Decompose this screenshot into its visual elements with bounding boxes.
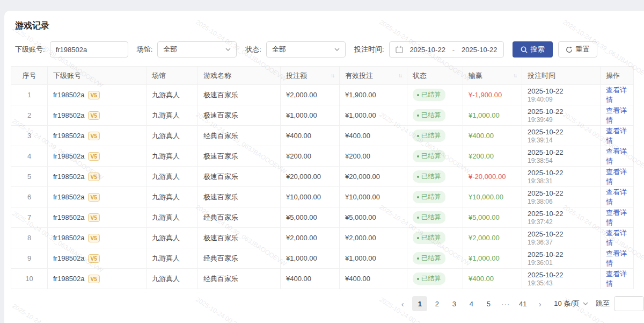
cell-status: 已结算: [407, 146, 463, 167]
bet-clock-time: 19:39:49: [528, 116, 595, 124]
vip-level-badge: V5: [88, 275, 100, 283]
sort-icon[interactable]: ↑↓: [513, 73, 516, 78]
pagination-page-5[interactable]: 5: [481, 296, 496, 311]
cell-valid-bet: ¥10,000.00: [340, 187, 407, 207]
cell-index: 5: [11, 167, 48, 187]
pagination: ‹ 12345···41 › 10 条/页 跳至: [11, 296, 633, 311]
cell-bet-amount: ¥400.00: [281, 269, 340, 289]
cell-win-loss: ¥200.00: [463, 146, 522, 167]
records-table: 序号 下级账号 场馆 游戏名称 投注额 ↑↓ 有效投注 ↑↓ 状态 输赢 ↑↓ …: [11, 66, 634, 289]
table-row: 8 fr198502a V5 九游真人 极速百家乐 ¥2,000.00 ¥2,0…: [11, 228, 634, 248]
table-row: 6 fr198502a V5 九游真人 极速百家乐 ¥10,000.00 ¥10…: [11, 187, 634, 207]
pagination-next-button[interactable]: ›: [532, 296, 547, 311]
content-card: 游戏记录 下级账号: 场馆: 全部 状态: 全部 投注时: [4, 11, 644, 323]
cell-valid-bet: ¥20,000.00: [340, 167, 407, 187]
account-input[interactable]: [50, 41, 128, 58]
cell-venue: 九游真人: [147, 228, 198, 248]
bet-date: 2025-10-22: [528, 107, 595, 116]
cell-index: 6: [11, 187, 48, 207]
status-select-value: 全部: [272, 45, 286, 54]
cell-bet-time: 2025-10-22 19:39:14: [522, 126, 601, 146]
status-badge: 已结算: [413, 211, 445, 224]
reset-button[interactable]: 重置: [558, 41, 597, 58]
status-dot-icon: [417, 237, 419, 239]
filter-status: 状态: 全部: [245, 41, 346, 58]
header-index: 序号: [11, 67, 48, 85]
filter-account: 下级账号:: [15, 41, 128, 58]
cell-win-loss: ¥5,000.00: [463, 207, 522, 228]
status-dot-icon: [417, 278, 419, 280]
bet-date: 2025-10-22: [528, 209, 595, 218]
pagination-page-4[interactable]: 4: [464, 296, 479, 311]
status-select[interactable]: 全部: [266, 41, 346, 58]
cell-index: 1: [11, 85, 48, 105]
pagination-page-1[interactable]: 1: [412, 296, 427, 311]
view-details-link[interactable]: 查看详情: [606, 229, 627, 247]
filter-bet-time: 投注时间: 2025-10-22 - 2025-10-22: [354, 41, 504, 58]
cell-valid-bet: ¥400.00: [340, 269, 407, 289]
pagination-page-3[interactable]: 3: [447, 296, 462, 311]
account-name: fr198502a: [53, 193, 85, 201]
sort-icon[interactable]: ↑↓: [398, 73, 401, 78]
view-details-link[interactable]: 查看详情: [606, 270, 627, 288]
cell-bet-amount: ¥2,000.00: [281, 85, 340, 105]
view-details-link[interactable]: 查看详情: [606, 168, 627, 185]
pagination-pages: 12345···41: [411, 296, 531, 311]
cell-win-loss: ¥400.00: [463, 126, 522, 146]
cell-account: fr198502a V5: [48, 85, 147, 105]
cell-bet-time: 2025-10-22 19:40:09: [522, 85, 601, 105]
cell-action: 查看详情: [601, 85, 634, 105]
date-range-picker[interactable]: 2025-10-22 - 2025-10-22: [389, 41, 504, 58]
cell-win-loss: ¥10,000.00: [463, 187, 522, 207]
view-details-link[interactable]: 查看详情: [606, 147, 627, 165]
bet-clock-time: 19:40:09: [528, 96, 595, 104]
cell-index: 2: [11, 105, 48, 126]
cell-bet-amount: ¥1,000.00: [281, 105, 340, 126]
vip-level-badge: V5: [88, 111, 100, 120]
header-valid-bet: 有效投注 ↑↓: [340, 67, 407, 85]
cell-venue: 九游真人: [147, 105, 198, 126]
view-details-link[interactable]: 查看详情: [606, 249, 627, 267]
cell-status: 已结算: [407, 167, 463, 187]
status-badge: 已结算: [413, 150, 445, 162]
cell-status: 已结算: [407, 85, 463, 105]
table-row: 1 fr198502a V5 九游真人 极速百家乐 ¥2,000.00 ¥1,9…: [11, 85, 634, 105]
header-bet: 投注额 ↑↓: [281, 67, 340, 85]
header-status: 状态: [407, 67, 463, 85]
vip-level-badge: V5: [88, 254, 100, 263]
table-row: 3 fr198502a V5 九游真人 经典百家乐 ¥400.00 ¥400.0…: [11, 126, 634, 146]
pagination-prev-button[interactable]: ‹: [395, 296, 410, 311]
view-details-link[interactable]: 查看详情: [606, 127, 627, 145]
pagination-ellipsis[interactable]: ···: [498, 296, 513, 311]
sort-icon[interactable]: ↑↓: [331, 73, 334, 78]
view-details-link[interactable]: 查看详情: [606, 86, 627, 104]
view-details-link[interactable]: 查看详情: [606, 106, 627, 124]
view-details-link[interactable]: 查看详情: [606, 209, 627, 226]
table-row: 9 fr198502a V5 九游真人 经典百家乐 ¥1,000.00 ¥1,0…: [11, 248, 634, 269]
venue-select[interactable]: 全部: [157, 41, 237, 58]
pagination-page-41[interactable]: 41: [515, 296, 530, 311]
pagination-page-2[interactable]: 2: [429, 296, 444, 311]
cell-valid-bet: ¥200.00: [340, 146, 407, 167]
cell-account: fr198502a V5: [48, 167, 147, 187]
cell-bet-amount: ¥20,000.00: [281, 167, 340, 187]
jump-to-page-input[interactable]: [614, 296, 644, 311]
bet-clock-time: 19:38:06: [528, 198, 595, 206]
bet-date: 2025-10-22: [528, 229, 595, 239]
status-dot-icon: [417, 155, 419, 157]
status-dot-icon: [417, 257, 419, 260]
view-details-link[interactable]: 查看详情: [606, 188, 627, 206]
cell-action: 查看详情: [601, 207, 634, 228]
status-dot-icon: [417, 196, 419, 198]
search-button[interactable]: 搜索: [513, 41, 553, 58]
cell-win-loss: ¥-20,000.00: [463, 167, 522, 187]
chevron-down-icon: [334, 48, 340, 51]
status-badge: 已结算: [413, 272, 445, 285]
cell-bet-amount: ¥1,000.00: [281, 248, 340, 269]
page-size-select[interactable]: 10 条/页: [554, 299, 588, 308]
status-dot-icon: [417, 176, 419, 178]
table-row: 5 fr198502a V5 九游真人 极速百家乐 ¥20,000.00 ¥20…: [11, 167, 634, 187]
bet-time-label: 投注时间:: [354, 45, 384, 54]
bet-clock-time: 19:39:14: [528, 137, 595, 145]
cell-account: fr198502a V5: [48, 126, 147, 146]
